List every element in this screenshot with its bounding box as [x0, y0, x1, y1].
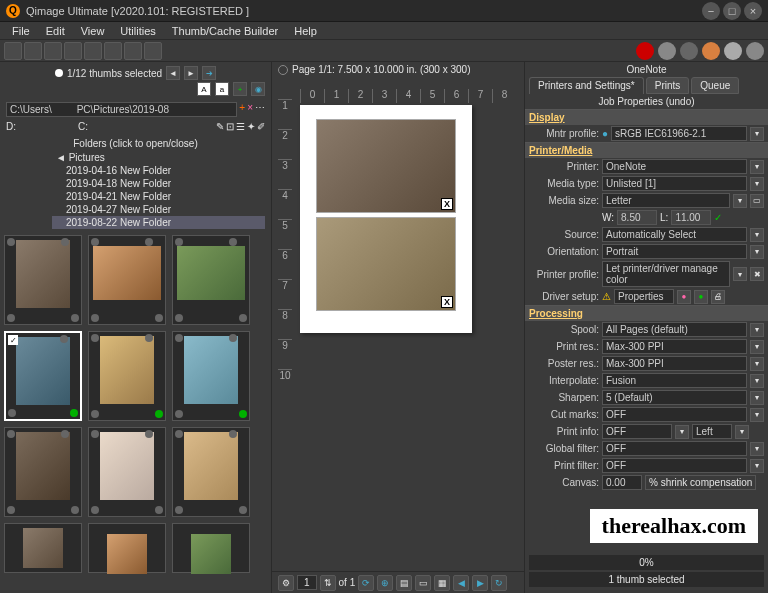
tool-refresh-icon[interactable] [44, 42, 62, 60]
dropdown-icon[interactable]: ▾ [750, 357, 764, 371]
tool-open-icon[interactable] [4, 42, 22, 60]
page-icon[interactable]: ▭ [750, 194, 764, 208]
menu-utilities[interactable]: Utilities [112, 23, 163, 39]
print-info-pos-select[interactable]: Left [692, 424, 732, 439]
tool-flame-icon[interactable] [702, 42, 720, 60]
plus-icon[interactable]: + [233, 82, 247, 96]
thumbnail[interactable] [172, 235, 250, 325]
option-icon[interactable]: ◉ [251, 82, 265, 96]
path-dots-icon[interactable]: ⋯ [255, 102, 265, 117]
check-icon[interactable]: ✓ [714, 212, 722, 223]
folder-item[interactable]: 2019-04-21 New Folder [52, 190, 265, 203]
dropdown-icon[interactable]: ▾ [750, 408, 764, 422]
layers-icon[interactable]: ☰ [236, 121, 245, 132]
fwd-icon[interactable]: ▶ [472, 575, 488, 591]
print-icon[interactable]: 🖨 [711, 290, 725, 304]
dropdown-icon[interactable]: ▾ [750, 127, 764, 141]
dropdown-icon[interactable]: ▾ [750, 459, 764, 473]
minimize-button[interactable]: − [702, 2, 720, 20]
dropper-icon[interactable]: ✐ [257, 121, 265, 132]
tool-clock-icon[interactable] [724, 42, 742, 60]
print-filter-select[interactable]: OFF [602, 458, 747, 473]
print-info-select[interactable]: OFF [602, 424, 672, 439]
thumbnail[interactable] [172, 427, 250, 517]
placed-image[interactable]: X [316, 217, 456, 311]
tool-layout-icon[interactable] [104, 42, 122, 60]
thumbnail-selected[interactable]: ✓ [4, 331, 82, 421]
tool-eye-icon[interactable] [24, 42, 42, 60]
global-filter-select[interactable]: OFF [602, 441, 747, 456]
font-a-icon[interactable]: A [197, 82, 211, 96]
folder-item[interactable]: 2019-04-27 New Folder [52, 203, 265, 216]
tool-red-icon[interactable] [636, 42, 654, 60]
printer-profile-select[interactable]: Let printer/driver manage color [602, 261, 730, 287]
dropdown-icon[interactable]: ▾ [733, 194, 747, 208]
interpolate-select[interactable]: Fusion [602, 373, 747, 388]
maximize-button[interactable]: □ [723, 2, 741, 20]
dropdown-icon[interactable]: ▾ [750, 177, 764, 191]
dropdown-icon[interactable]: ▾ [750, 323, 764, 337]
tool-window-icon[interactable] [144, 42, 162, 60]
menu-view[interactable]: View [73, 23, 113, 39]
tool-print-icon[interactable] [658, 42, 676, 60]
spool-select[interactable]: All Pages (default) [602, 322, 747, 337]
refresh-icon[interactable]: ⟳ [358, 575, 374, 591]
tool-gear-icon[interactable] [746, 42, 764, 60]
pink-dot-icon[interactable]: ● [677, 290, 691, 304]
page-icon[interactable]: ▭ [415, 575, 431, 591]
expand-icon[interactable]: ⊕ [377, 575, 393, 591]
dropdown-icon[interactable]: ▾ [750, 391, 764, 405]
grid-icon[interactable]: ▦ [434, 575, 450, 591]
section-printer-media[interactable]: Printer/Media [525, 143, 768, 158]
properties-button[interactable]: Properties [614, 289, 674, 304]
sharpen-select[interactable]: 5 (Default) [602, 390, 747, 405]
remove-image-icon[interactable]: X [441, 296, 453, 308]
dropdown-icon[interactable]: ▾ [750, 340, 764, 354]
path-input[interactable] [6, 102, 237, 117]
remove-image-icon[interactable]: X [441, 198, 453, 210]
printer-select[interactable]: OneNote [602, 159, 747, 174]
font-a2-icon[interactable]: a [215, 82, 229, 96]
dropdown-icon[interactable]: ▾ [750, 160, 764, 174]
section-processing[interactable]: Processing [525, 306, 768, 321]
thumbnail[interactable] [4, 523, 82, 573]
path-x-icon[interactable]: × [247, 102, 253, 117]
arrow-right-blue-icon[interactable]: ➔ [202, 66, 216, 80]
thumbnail[interactable] [4, 235, 82, 325]
dropdown-icon[interactable]: ▾ [675, 425, 689, 439]
dropdown-icon[interactable]: ▾ [750, 442, 764, 456]
thumbnail[interactable] [88, 235, 166, 325]
crop-icon[interactable]: ⊡ [226, 121, 234, 132]
tool-trash-icon[interactable] [64, 42, 82, 60]
canvas-input[interactable] [602, 475, 642, 490]
length-input[interactable] [671, 210, 711, 225]
job-properties-label[interactable]: Job Properties (undo) [525, 94, 768, 109]
thumbnail[interactable] [88, 427, 166, 517]
menu-edit[interactable]: Edit [38, 23, 73, 39]
tool-app-icon[interactable] [124, 42, 142, 60]
right-arrow-icon[interactable]: ► [184, 66, 198, 80]
left-arrow-icon[interactable]: ◄ [166, 66, 180, 80]
media-size-select[interactable]: Letter [602, 193, 730, 208]
close-button[interactable]: × [744, 2, 762, 20]
wand-icon[interactable]: ✦ [247, 121, 255, 132]
source-select[interactable]: Automatically Select [602, 227, 747, 242]
menu-thumb-cache[interactable]: Thumb/Cache Builder [164, 23, 286, 39]
folder-item-selected[interactable]: 2019-08-22 New Folder [52, 216, 265, 229]
menu-help[interactable]: Help [286, 23, 325, 39]
dropdown-icon[interactable]: ▾ [750, 228, 764, 242]
thumbnail[interactable] [88, 523, 166, 573]
path-plus-icon[interactable]: + [239, 102, 245, 117]
green-dot-icon[interactable]: ● [694, 290, 708, 304]
edit-icon[interactable]: ✎ [216, 121, 224, 132]
dropdown-icon[interactable]: ▾ [750, 374, 764, 388]
dropdown-icon[interactable]: ▾ [733, 267, 747, 281]
dropdown-icon[interactable]: ▾ [750, 245, 764, 259]
placed-image[interactable]: X [316, 119, 456, 213]
page-number[interactable]: 1 [297, 575, 317, 590]
dropdown-icon[interactable]: ▾ [735, 425, 749, 439]
mntr-profile-select[interactable]: sRGB IEC61966-2.1 [611, 126, 747, 141]
width-input[interactable] [617, 210, 657, 225]
folder-item[interactable]: 2019-04-18 New Folder [52, 177, 265, 190]
thumbnail[interactable] [172, 331, 250, 421]
